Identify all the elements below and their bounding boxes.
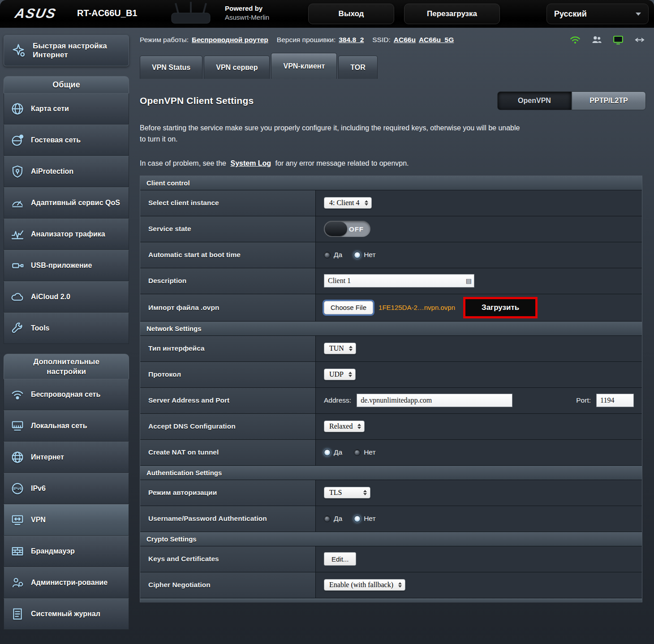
edit-keys-button[interactable]: Edit... <box>324 552 356 566</box>
row-label: Description <box>140 268 316 294</box>
pptp-l2tp-toggle-button[interactable]: PPTP/L2TP <box>572 91 646 110</box>
server-address-input[interactable] <box>357 394 512 407</box>
table-row: Импорт файла .ovpn Choose File 1FE125DA-… <box>140 294 642 322</box>
status-icons <box>569 34 646 46</box>
radio-dot <box>324 252 331 258</box>
sidebar-item-administration[interactable]: Администри-рование <box>4 567 129 598</box>
radio-dot <box>354 515 361 522</box>
choose-file-button[interactable]: Choose File <box>324 301 373 314</box>
table-row: Create NAT on tunnel Да Нет <box>140 440 642 466</box>
client-list-icon[interactable]: ▤ <box>466 278 472 284</box>
sidebar-section-advanced: Дополнительные настройки <box>4 354 129 379</box>
service-state-toggle[interactable]: OFF <box>324 221 370 237</box>
settings-table: Client control Select client instance 4:… <box>140 176 642 602</box>
logout-button[interactable]: Выход <box>308 4 394 24</box>
sidebar-item-system-log[interactable]: Системный журнал <box>4 598 129 630</box>
tab-vpn-client[interactable]: VPN-клиент <box>271 53 337 79</box>
lan-icon <box>7 419 28 433</box>
usb-icon[interactable] <box>633 34 646 46</box>
table-row: Тип интерфейса TUN <box>140 336 642 362</box>
usb-app-icon <box>7 258 28 273</box>
radio-dot <box>324 449 331 456</box>
section-crypto: Crypto Settings <box>140 532 642 546</box>
select-arrows-icon <box>365 200 368 206</box>
sidebar-item-ipv6[interactable]: IPv6 IPv6 <box>4 473 129 504</box>
radio-label: Нет <box>364 448 375 456</box>
qos-gauge-icon <box>7 196 28 210</box>
wifi-status-icon[interactable] <box>569 34 581 46</box>
sidebar-item-qos[interactable]: Адаптивный сервис QoS <box>4 187 129 219</box>
ssid-2g-link[interactable]: AC66u <box>394 36 416 44</box>
ipv6-icon: IPv6 <box>7 481 28 496</box>
dns-config-select[interactable]: Relaxed <box>324 421 365 432</box>
sidebar-item-firewall[interactable]: Брандмауэр <box>4 536 129 567</box>
firmware-version-link[interactable]: 384.8_2 <box>339 36 364 44</box>
row-label: Username/Password Authentication <box>140 506 316 532</box>
table-row: Accept DNS Configuration Relaxed <box>140 414 642 440</box>
ssid-5g-link[interactable]: AC66u_5G <box>419 36 454 44</box>
reboot-button[interactable]: Перезагрузка <box>404 4 500 24</box>
language-label: Русский <box>554 9 587 19</box>
sidebar-item-usb-application[interactable]: USB-приложение <box>4 250 129 281</box>
radio-yes[interactable]: Да <box>324 515 342 523</box>
sidebar-item-traffic-analyzer[interactable]: Анализатор трафика <box>4 219 129 250</box>
sidebar-item-lan[interactable]: Локальная сеть <box>4 410 129 442</box>
protocol-select[interactable]: UDP <box>324 369 356 380</box>
advanced-line1: Дополнительные <box>33 357 99 366</box>
table-row: Cipher Negotiation Enable (with fallback… <box>140 572 642 598</box>
server-port-input[interactable] <box>596 394 634 407</box>
system-log-link[interactable]: System Log <box>230 159 271 167</box>
sidebar-item-label: Адаптивный сервис QoS <box>31 198 120 207</box>
radio-dot <box>324 515 331 522</box>
interface-type-select[interactable]: TUN <box>324 343 356 354</box>
language-selector[interactable]: Русский <box>546 4 649 24</box>
sidebar-item-tools[interactable]: Tools <box>4 313 129 344</box>
tab-tor[interactable]: TOR <box>338 56 377 79</box>
sidebar-item-guest-network[interactable]: Гостевая сеть <box>4 125 129 156</box>
radio-no[interactable]: Нет <box>354 448 375 456</box>
cloud-icon <box>7 290 28 304</box>
auth-mode-select[interactable]: TLS <box>324 487 370 498</box>
radio-label: Да <box>334 515 342 523</box>
port-label: Port: <box>576 396 591 404</box>
tab-vpn-server[interactable]: VPN сервер <box>204 56 270 79</box>
powered-by: Powered by Asuswrt-Merlin <box>225 4 269 22</box>
select-arrows-icon <box>357 424 361 429</box>
firmware-label: Версия прошивки: <box>277 36 336 44</box>
radio-no[interactable]: Нет <box>354 251 375 259</box>
radio-yes[interactable]: Да <box>324 251 342 259</box>
table-row: Username/Password Authentication Да Нет <box>140 506 642 532</box>
section-partial <box>140 598 642 602</box>
sidebar-item-wan[interactable]: Интернет <box>4 442 129 473</box>
sidebar-item-vpn[interactable]: VPN <box>4 504 129 536</box>
radio-no[interactable]: Нет <box>354 515 375 523</box>
sidebar-item-network-map[interactable]: Карта сети <box>4 93 129 125</box>
sidebar-item-label: Локальная сеть <box>31 421 87 430</box>
sidebar-item-aiprotection[interactable]: AiProtection <box>4 156 129 187</box>
row-label: Тип интерфейса <box>140 336 316 361</box>
sidebar-item-wireless[interactable]: Беспроводная сеть <box>4 379 129 410</box>
select-value: TUN <box>329 344 344 352</box>
vpn-type-toggle: OpenVPN PPTP/L2TP <box>497 91 646 110</box>
clients-icon[interactable] <box>590 34 603 46</box>
operation-mode-link[interactable]: Беспроводной роутер <box>192 36 268 44</box>
radio-label: Да <box>334 251 342 259</box>
radio-dot <box>354 449 361 456</box>
radio-yes[interactable]: Да <box>324 448 342 456</box>
table-row: Server Address and Port Address: Port: <box>140 388 642 414</box>
row-label: Режим авторизации <box>140 480 316 506</box>
sidebar-item-quick-setup[interactable]: Быстрая настройка Интернет <box>4 35 129 66</box>
sidebar-item-label: Администри-рование <box>31 578 108 587</box>
sidebar-item-aicloud[interactable]: AiCloud 2.0 <box>4 281 129 313</box>
upload-button[interactable]: Загрузить <box>463 297 538 318</box>
cipher-negotiation-select[interactable]: Enable (with fallback) <box>324 579 405 591</box>
select-value: UDP <box>329 370 344 378</box>
section-client-control: Client control <box>140 176 642 190</box>
tab-vpn-status[interactable]: VPN Status <box>140 56 202 79</box>
client-instance-select[interactable]: 4: Client 4 <box>324 197 372 209</box>
status-bar: Режим работы: Беспроводной роутер Версия… <box>140 36 646 44</box>
toggle-knob <box>325 222 347 236</box>
openvpn-toggle-button[interactable]: OpenVPN <box>497 91 572 110</box>
monitor-icon[interactable] <box>612 34 624 46</box>
description-input[interactable] <box>324 274 474 288</box>
